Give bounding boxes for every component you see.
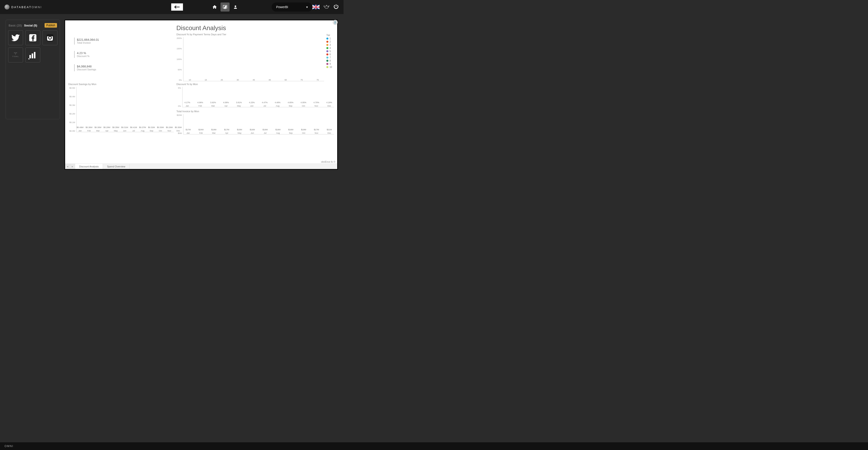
svg-rect-16 — [32, 53, 33, 58]
report-credit: obviEnce llc © — [321, 161, 335, 163]
powerbi-tile[interactable] — [25, 48, 40, 62]
user-button[interactable] — [231, 2, 240, 11]
facebook-tile[interactable] — [25, 30, 40, 45]
dropdown-label: PowerBI — [276, 5, 288, 9]
svg-rect-12 — [16, 53, 17, 53]
svg-point-3 — [326, 5, 327, 6]
svg-point-2 — [325, 6, 329, 8]
chevron-down-icon: ▾ — [306, 5, 308, 9]
kpi-panel: $221,664,064.01 Total Invoice 4.23 % Dis… — [67, 33, 174, 83]
chart-discount-savings-mon[interactable]: Discount Savings by Mon $0.5M$0.4M$0.3M$… — [67, 83, 174, 163]
instagram-tile[interactable] — [42, 30, 57, 45]
sidebar-tab-basic[interactable]: Basic (20) — [9, 24, 22, 27]
brand-strong: DATABEAT — [11, 5, 32, 9]
brand: DATABEATOMNI — [4, 4, 42, 9]
powerbi-icon — [28, 51, 37, 60]
kpi-discount-savings: $4,068,848 Discount Savings — [74, 64, 174, 71]
svg-rect-13 — [15, 54, 16, 55]
topbar: DATABEATOMNI PowerBI ▾ — [0, 0, 344, 14]
report-title: Discount Analysis — [65, 20, 337, 33]
sidebar-tabs: Basic (20) Social (5) Publish — [8, 22, 57, 30]
tab-spend-overview[interactable]: Spend Overview — [103, 164, 130, 169]
svg-point-1 — [235, 5, 236, 7]
report-tabs: ◄ ► Discount Analysis Spend Overview — [65, 163, 337, 169]
brand-logo-icon — [4, 4, 9, 9]
svg-text:TIDAL: TIDAL — [12, 55, 19, 57]
uk-flag-icon[interactable] — [312, 5, 319, 9]
sidebar-tile-grid: TIDAL — [8, 30, 57, 62]
tab-next-icon[interactable]: ► — [70, 164, 75, 169]
tidal-icon: TIDAL — [10, 51, 21, 59]
power-button[interactable] — [333, 4, 339, 10]
chart-total-invoice-mon[interactable]: Total Invoice by Mon $20M$0M $17MJan$24M… — [176, 110, 334, 137]
svg-rect-15 — [29, 55, 31, 58]
tab-discount-analysis[interactable]: Discount Analysis — [75, 164, 103, 169]
topbar-center-tabs — [210, 2, 240, 11]
tidal-tile[interactable]: TIDAL — [8, 48, 23, 62]
svg-rect-17 — [34, 52, 35, 58]
main-area: Basic (20) Social (5) Publish TIDAL 🔗 Di — [0, 14, 344, 170]
svg-rect-9 — [47, 35, 53, 36]
sidebar-tab-social[interactable]: Social (5) — [24, 24, 37, 27]
facebook-icon — [29, 33, 37, 42]
svg-rect-10 — [14, 53, 15, 53]
sidebar: Basic (20) Social (5) Publish TIDAL — [6, 20, 60, 119]
chart-discount-terms-tier[interactable]: Discount % by Payment Terms Days and Tie… — [176, 33, 324, 83]
brand-text: DATABEATOMNI — [11, 5, 42, 9]
back-button[interactable] — [171, 3, 183, 11]
instagram-icon — [46, 33, 54, 42]
home-button[interactable] — [210, 2, 219, 11]
twitter-icon — [11, 33, 20, 42]
svg-rect-11 — [15, 53, 16, 53]
tier-legend: Tier 12345678910 — [324, 33, 334, 83]
twitter-tile[interactable] — [8, 30, 23, 45]
app-dropdown[interactable]: PowerBI ▾ — [272, 2, 312, 11]
edit-button[interactable] — [220, 2, 229, 11]
tab-prev-icon[interactable]: ◄ — [65, 164, 70, 169]
kpi-total-invoice: $221,664,064.01 Total Invoice — [74, 37, 174, 44]
brand-light: OMNI — [32, 5, 42, 9]
kpi-discount-pct: 4.23 % Discount % — [74, 51, 174, 58]
teapot-icon[interactable] — [323, 4, 330, 10]
report-frame: 🔗 Discount Analysis $221,664,064.01 Tota… — [64, 20, 338, 170]
publish-button[interactable]: Publish — [44, 23, 57, 28]
chart-discount-pct-mon[interactable]: Discount % by Mon 5%0% 4.17%Jan4.06%Feb3… — [176, 83, 334, 110]
